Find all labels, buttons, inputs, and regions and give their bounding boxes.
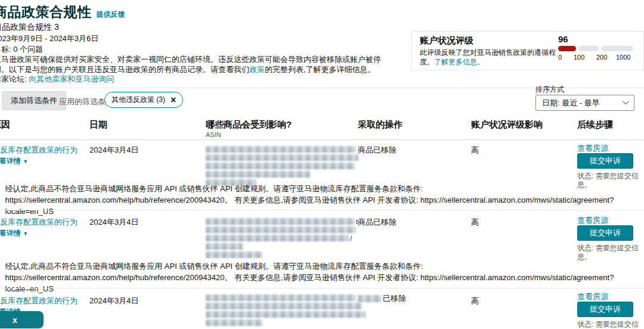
page-title-row: 商品政策合规性提供反馈 (0, 3, 125, 21)
row3-redacted-products (206, 292, 366, 325)
forum-label: 卖家论坛: (0, 75, 27, 83)
row-divider (0, 288, 644, 288)
page-title: 商品政策合规性 (0, 4, 92, 20)
chevron-down-icon (623, 99, 629, 105)
row2-status: 状态: 需要您提交信息。 (577, 244, 644, 262)
row1-impact: 高 (471, 145, 479, 156)
row1-date: 2024年3月4日 (89, 145, 138, 156)
learn-more-link[interactable]: 了解更多信息。 (434, 58, 484, 66)
filter-chip-close-icon[interactable]: × (171, 97, 176, 104)
col-header-asin: ASIN (206, 131, 221, 138)
row3-date: 2024年3月4日 (89, 296, 138, 306)
col-header-next-steps: 后续步骤 (577, 119, 613, 131)
row3-view-listing-link[interactable]: 查看房源 (577, 291, 608, 302)
row2-impact: 高 (471, 217, 479, 228)
row1-view-listing-link[interactable]: 查看房源 (577, 143, 608, 154)
page: 商品政策合规性提供反馈 商品政策合规性 3 2023年9月9日 - 2024年3… (0, 0, 644, 329)
row2-view-listing-link[interactable]: 查看房源 (577, 215, 608, 226)
date-range: 2023年9月9日 - 2024年3月6日 (0, 33, 98, 44)
sort-dropdown[interactable]: 日期: 最近 - 最早 (535, 95, 634, 111)
row3-submit-appeal-button[interactable]: 提交申诉 (577, 302, 633, 317)
filter-chip[interactable]: 其他违反政策 (3) × (104, 92, 183, 108)
row2-redacted-products: t / (206, 216, 358, 257)
policy-description: 亚马逊政策可确保提供对买家安全、对卖家一视同仁的店铺环境。违反这些政策可能会导致… (0, 54, 394, 75)
account-health-title: 账户状况评级 (420, 35, 473, 46)
row2-action: 商品已移除 (358, 217, 397, 228)
meter-segment-gray-1 (578, 46, 599, 51)
sort-value: 日期: 最近 - 最早 (542, 98, 600, 108)
triangle-down-icon: ▼ (23, 231, 28, 237)
text-fragment: / (350, 235, 352, 242)
feedback-link[interactable]: 提供反馈 (97, 10, 125, 18)
add-filter-button[interactable]: 添加筛选条件 (2, 91, 66, 110)
row2-submit-appeal-button[interactable]: 提交申诉 (577, 225, 633, 241)
row1-reason-link[interactable]: 违反库存配置政策的行为 (0, 145, 78, 156)
page-subtitle: 商品政策合规性 3 (0, 22, 59, 33)
close-icon: x (13, 315, 17, 325)
row1-action: 商品已移除 (358, 145, 397, 156)
meter-label-0: 0 (558, 54, 562, 61)
forum-row: 卖家论坛: 向其他卖家和亚马逊询问 (0, 74, 114, 85)
forum-link[interactable]: 向其他卖家和亚马逊询问 (29, 75, 114, 83)
row1-submit-appeal-button[interactable]: 提交申诉 (577, 153, 633, 169)
row1-details-toggle[interactable]: 查看详情 ▼ (0, 156, 28, 166)
close-widget-button[interactable]: x (0, 311, 44, 328)
row2-details-toggle[interactable]: 查看详情 ▼ (0, 228, 28, 238)
meter-segment-red (558, 46, 576, 51)
triangle-down-icon: ▼ (23, 159, 28, 164)
meter-label-200: 200 (596, 54, 607, 61)
page-canvas: 商品政策合规性提供反馈 商品政策合规性 3 2023年9月9日 - 2024年3… (0, 0, 644, 329)
table-header-divider (0, 139, 644, 140)
meter-label-1000: 1000 (616, 54, 630, 61)
meter-segment-gray-2 (601, 46, 633, 51)
redacted-action-prefix (358, 295, 382, 302)
row3-reason-link[interactable]: 违反库存配置政策的行为 (0, 296, 78, 306)
col-header-date: 日期 (89, 119, 107, 131)
row2-reason-link[interactable]: 违反库存配置政策的行为 (0, 217, 78, 228)
account-health-panel: 账户状况评级 此评级反映了您对亚马逊销售政策的遵循程度。了解更多信息。 96 0… (411, 31, 644, 70)
policy-link[interactable]: 政策 (249, 65, 265, 74)
goal-text: 目标: 0 个问题 (0, 44, 43, 55)
col-header-action: 采取的操作 (358, 119, 402, 131)
row2-note: • 经认定,此商品不符合亚马逊商城网络服务应用 API 或销售伙伴 API 创建… (0, 260, 636, 294)
sort-label: 排序方式 (535, 85, 564, 95)
col-header-reason: 原因 (0, 119, 10, 131)
col-header-impact: 账户状况评级影响 (471, 119, 543, 131)
account-health-meter: 0 100 200 1000 (558, 46, 634, 61)
account-health-score: 96 (558, 34, 568, 44)
row2-date: 2024年3月4日 (89, 217, 138, 228)
meter-label-100: 100 (574, 54, 584, 61)
row3-impact: 高 (471, 296, 479, 306)
account-health-description: 此评级反映了您对亚马逊销售政策的遵循程度。了解更多信息。 (420, 48, 560, 67)
row3-status: 状态: 需要您提交信息。 (577, 320, 644, 329)
row1-note: • 经认定,此商品不符合亚马逊商城网络服务应用 API 或销售伙伴 API 创建… (0, 183, 636, 217)
row1-redacted-products (206, 144, 358, 185)
filter-chip-label: 其他违反政策 (3) (112, 95, 165, 105)
row3-action: 已移除 (358, 293, 406, 304)
row-divider (0, 210, 644, 210)
col-header-products: 哪些商品会受到影响? (206, 119, 292, 131)
